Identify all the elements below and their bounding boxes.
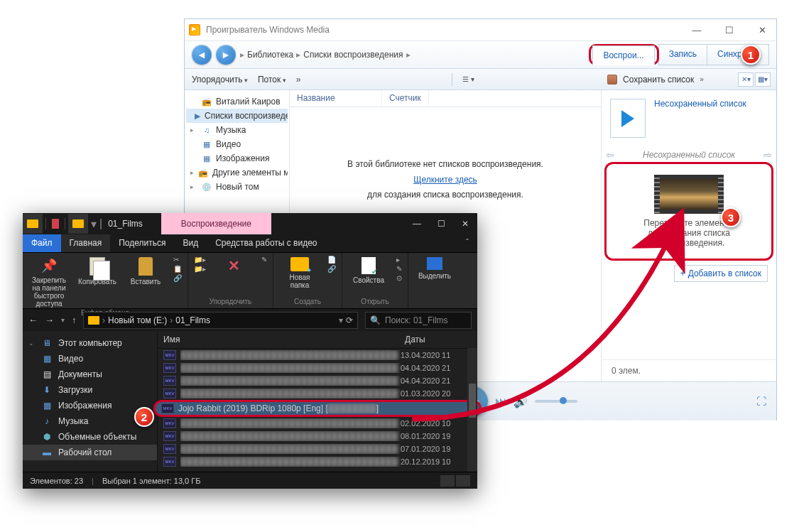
crumb-playlists[interactable]: Списки воспроизведения	[303, 50, 403, 60]
file-row[interactable]: MKV████████████████████████████████████1…	[158, 349, 477, 362]
path-folder[interactable]: 01_Films	[175, 315, 210, 325]
wmp-titlebar[interactable]: Проигрыватель Windows Media — ☐ ✕	[185, 19, 776, 40]
tab-share[interactable]: Поделиться	[110, 234, 174, 252]
close-button[interactable]: ✕	[752, 25, 772, 36]
refresh-button[interactable]: ⟳	[346, 315, 353, 325]
breadcrumb[interactable]: ▸ Библиотека ▸ Списки воспроизведения ▸	[240, 50, 411, 60]
forward-button[interactable]: →	[45, 315, 54, 325]
delete-button[interactable]	[213, 256, 254, 276]
maximize-button[interactable]: ☐	[719, 25, 739, 36]
group-create: Новая папка 📄🔗 Создать	[273, 253, 342, 308]
move-buttons[interactable]: 📁▸📁▸	[194, 256, 206, 273]
tab-view[interactable]: Вид	[174, 234, 207, 252]
empty-line2: для создания списка воспроизведения.	[304, 188, 587, 203]
sidebar-this-pc[interactable]: ⌄🖥Этот компьютер	[23, 335, 157, 351]
sidebar-documents[interactable]: ▤Документы	[23, 367, 157, 382]
tree-item-other[interactable]: ▸📻Другие элементы м	[186, 165, 288, 180]
callout-1-frame: Воспрои...	[589, 44, 658, 65]
view-mode[interactable]: ☰ ▾	[462, 75, 474, 83]
col-counter[interactable]: Счетчик	[382, 90, 429, 107]
open-buttons[interactable]: ▸✎⊙	[396, 256, 402, 282]
scrollbar[interactable]	[467, 348, 477, 472]
file-row[interactable]: MKV████████████████████████████████████0…	[158, 387, 477, 400]
scrollbar-thumb[interactable]	[469, 384, 476, 418]
tab-play[interactable]: Воспрои...	[592, 45, 654, 65]
file-row[interactable]: MKV████████████████████████████████████0…	[158, 443, 477, 455]
prev-arrow[interactable]: ⇦	[606, 149, 614, 161]
tab-tools[interactable]: Средства работы с видео	[207, 234, 325, 252]
file-row[interactable]: MKV████████████████████████████████████0…	[158, 362, 477, 374]
maximize-button[interactable]: ☐	[429, 213, 453, 234]
explorer-search[interactable]: 🔍 Поиск: 01_Films	[365, 312, 472, 329]
tab-home[interactable]: Главная	[61, 234, 111, 252]
minimize-button[interactable]: —	[405, 213, 429, 234]
back-button[interactable]: ◄	[192, 45, 212, 65]
toolbar-overflow[interactable]: »	[296, 75, 301, 85]
fullscreen-button[interactable]: ⛶	[756, 396, 766, 407]
column-headers[interactable]: Название Счетчик	[290, 90, 601, 107]
stream-dropdown[interactable]: Поток	[258, 75, 286, 85]
tree-item-user[interactable]: 📻Виталий Каиров	[186, 94, 288, 109]
view-switcher[interactable]	[440, 475, 470, 487]
copy-button[interactable]: Копировать	[77, 256, 118, 286]
path-input[interactable]: › Новый том (E:) › 01_Films ▾ ⟳	[83, 312, 358, 329]
crumb-library[interactable]: Библиотека	[247, 50, 293, 60]
properties-button[interactable]: Свойства	[348, 256, 389, 284]
empty-line1: В этой библиотеке нет списков воспроизве…	[304, 157, 587, 173]
tree-item-video[interactable]: ▦Видео	[186, 137, 288, 151]
file-row-selected[interactable]: MKVJojo Rabbit (2019) BDRip 1080p [Eng] …	[153, 400, 482, 417]
sidebar-downloads[interactable]: ⬇Загрузки	[23, 382, 157, 398]
file-list[interactable]: Имя Даты MKV████████████████████████████…	[158, 331, 477, 472]
path-drive[interactable]: Новый том (E:)	[108, 315, 167, 325]
save-list-button[interactable]: Сохранить список	[623, 75, 694, 85]
back-button[interactable]: ←	[28, 315, 38, 325]
sidebar-3d[interactable]: ⬢Объемные объекты	[23, 429, 157, 445]
close-button[interactable]: ✕	[453, 213, 477, 234]
select-button[interactable]: Выделить	[414, 256, 455, 280]
list-headers[interactable]: Имя Даты	[158, 331, 477, 349]
volume-slider[interactable]	[535, 400, 577, 403]
file-row[interactable]: MKV████████████████████████████████████0…	[158, 417, 477, 430]
contextual-tab[interactable]: Воспроизведение	[161, 213, 271, 234]
next-button[interactable]: ⏭	[495, 395, 506, 408]
clipboard-extras[interactable]: ✂📋🔗	[173, 256, 182, 282]
tab-file[interactable]: Файл	[23, 234, 61, 252]
col-date[interactable]: Даты	[399, 331, 477, 348]
clear-button[interactable]: ✕▾	[738, 72, 754, 87]
col-name[interactable]: Имя	[158, 331, 399, 348]
playlist-title[interactable]: Несохраненный список	[654, 99, 746, 109]
sidebar-desktop[interactable]: ▬Рабочий стол	[23, 445, 157, 460]
file-row[interactable]: MKV████████████████████████████████████2…	[158, 455, 477, 468]
minimize-button[interactable]: —	[687, 25, 707, 36]
mute-button[interactable]: 🔊	[513, 395, 528, 408]
add-to-list-button[interactable]: + Добавить в список	[674, 265, 768, 282]
rename-button[interactable]: ✎	[261, 256, 267, 264]
file-row[interactable]: MKV████████████████████████████████████0…	[158, 374, 477, 387]
next-arrow[interactable]: ⇨	[763, 149, 772, 161]
explorer-titlebar[interactable]: ▾| 01_Films Воспроизведение — ☐ ✕	[23, 213, 477, 234]
group-open: Свойства ▸✎⊙ Открыть	[342, 253, 408, 308]
plus-icon: +	[680, 268, 685, 278]
tree-item-drive[interactable]: ▸💿Новый том	[186, 180, 288, 194]
folder-icon	[88, 316, 99, 325]
tree-item-music[interactable]: ▸♫Музыка	[186, 123, 288, 137]
tab-burn[interactable]: Запись	[658, 44, 707, 65]
pin-button[interactable]: 📌Закрепить на панели быстрого доступа	[28, 256, 70, 308]
explorer-sidebar[interactable]: ⌄🖥Этот компьютер ▦Видео ▤Документы ⬇Загр…	[23, 331, 158, 472]
tree-item-images[interactable]: ▦Изображения	[186, 151, 288, 165]
new-item-buttons[interactable]: 📄🔗	[327, 256, 336, 273]
new-folder-button[interactable]: Новая папка	[279, 256, 320, 289]
tree-item-playlists[interactable]: ▶Списки воспроизведе	[186, 109, 288, 123]
file-row[interactable]: MKV████████████████████████████████████0…	[158, 430, 477, 443]
organize-dropdown[interactable]: Упорядочить	[192, 75, 248, 85]
col-name[interactable]: Название	[290, 90, 382, 107]
up-button[interactable]: ↑	[72, 315, 76, 325]
ribbon-collapse[interactable]: ˆ	[457, 234, 477, 252]
sidebar-video[interactable]: ▦Видео	[23, 351, 157, 367]
chevron-icon[interactable]: »	[700, 75, 704, 83]
create-playlist-link[interactable]: Щелкните здесь	[413, 175, 477, 185]
forward-button[interactable]: ►	[216, 45, 236, 65]
options-button[interactable]: ▦▾	[755, 72, 771, 87]
paste-button[interactable]: Вставить	[125, 256, 166, 286]
drop-zone[interactable]: Перетащите элементы для создания списка …	[610, 168, 768, 255]
